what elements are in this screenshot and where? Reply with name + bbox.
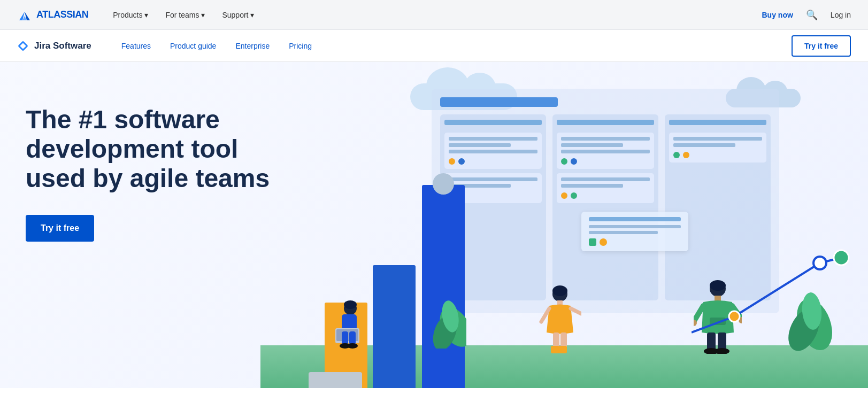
bar-medium-blue — [373, 265, 416, 388]
hero-heading: The #1 software development tool used by… — [26, 105, 278, 194]
person-yellow-dress — [539, 284, 581, 356]
svg-point-6 — [344, 300, 357, 309]
floating-card — [581, 212, 688, 251]
status-dot — [561, 192, 567, 199]
svg-line-18 — [571, 308, 581, 314]
status-dot — [673, 152, 680, 158]
kanban-card — [669, 133, 766, 163]
svg-point-39 — [813, 257, 826, 269]
top-nav-links: Products ▾ For teams ▾ Support ▾ — [105, 6, 762, 24]
hero-illustration — [260, 62, 868, 388]
kanban-column-2 — [552, 114, 658, 300]
status-dot — [571, 192, 577, 199]
svg-rect-22 — [558, 346, 567, 353]
bar-chart — [325, 185, 465, 388]
line-chart — [692, 247, 863, 356]
kanban-board-header-bar — [440, 97, 558, 107]
product-guide-nav-item[interactable]: Product guide — [162, 37, 225, 55]
svg-point-15 — [552, 285, 567, 296]
try-it-free-button-product-nav[interactable]: Try it free — [792, 35, 851, 57]
support-nav-item[interactable]: Support ▾ — [214, 6, 262, 24]
pricing-nav-item[interactable]: Pricing — [280, 37, 320, 55]
plant-leaves-left — [429, 300, 466, 351]
features-nav-item[interactable]: Features — [113, 37, 159, 55]
jira-logo-area: Jira Software — [17, 40, 91, 52]
product-navigation: Jira Software Features Product guide Ent… — [0, 30, 868, 62]
svg-rect-10 — [342, 331, 348, 345]
jira-software-name: Jira Software — [34, 41, 91, 51]
chevron-down-icon: ▾ — [250, 11, 254, 19]
plant-leaves-right — [782, 292, 836, 353]
card-status-indicator — [589, 238, 596, 246]
chevron-down-icon: ▾ — [201, 11, 205, 19]
svg-point-40 — [834, 250, 849, 265]
top-navigation: ATLASSIAN Products ▾ For teams ▾ Support… — [0, 0, 868, 30]
svg-rect-21 — [551, 346, 559, 353]
kanban-card — [444, 133, 542, 169]
card-avatar — [600, 238, 607, 246]
atlassian-brand-name: ATLASSIAN — [36, 9, 88, 20]
atlassian-logo-icon — [17, 7, 32, 22]
chevron-down-icon: ▾ — [144, 11, 148, 19]
login-link[interactable]: Log in — [831, 11, 851, 19]
hero-section: The #1 software development tool used by… — [0, 62, 868, 388]
status-dot — [561, 158, 567, 165]
hero-try-free-button[interactable]: Try it free — [26, 215, 94, 242]
status-dot — [449, 158, 455, 165]
hero-text-area: The #1 software development tool used by… — [0, 94, 278, 242]
atlassian-logo[interactable]: ATLASSIAN — [17, 7, 88, 22]
enterprise-nav-item[interactable]: Enterprise — [227, 37, 278, 55]
for-teams-nav-item[interactable]: For teams ▾ — [158, 6, 212, 24]
jira-software-icon — [17, 40, 29, 52]
svg-rect-11 — [349, 331, 356, 345]
top-nav-right: Buy now 🔍 Log in — [762, 9, 851, 21]
svg-point-38 — [729, 311, 740, 322]
kanban-card — [557, 133, 654, 169]
search-icon[interactable]: 🔍 — [806, 9, 818, 21]
products-nav-item[interactable]: Products ▾ — [105, 6, 156, 24]
person-sitting — [330, 300, 370, 356]
status-dot — [571, 158, 577, 165]
status-dot — [683, 152, 689, 158]
bar-tall-blue — [422, 185, 465, 388]
status-dot — [458, 158, 465, 165]
product-nav-links: Features Product guide Enterprise Pricin… — [113, 37, 792, 55]
svg-point-13 — [347, 343, 358, 349]
buy-now-link[interactable]: Buy now — [762, 11, 793, 19]
kanban-card — [557, 173, 654, 203]
